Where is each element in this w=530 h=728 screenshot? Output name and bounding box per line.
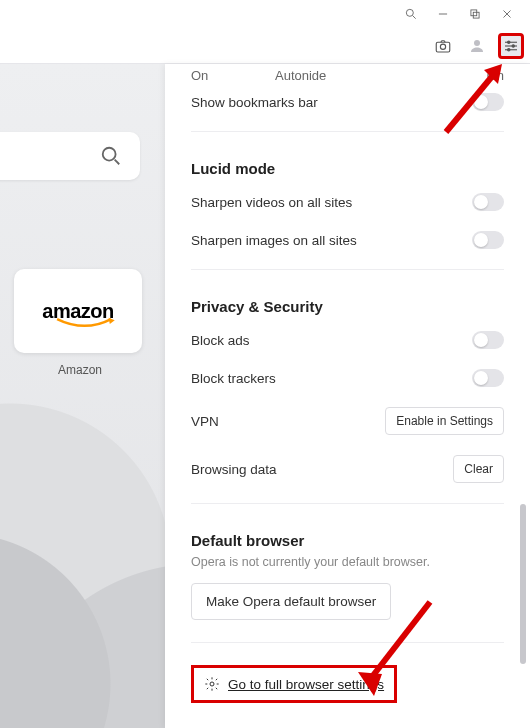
tile-label: Amazon [14,363,146,377]
item-label: Sharpen videos on all sites [191,195,352,210]
speed-dial-background: amazon Amazon [0,64,165,728]
svg-point-0 [406,9,413,16]
bookmarks-toggle[interactable] [472,93,504,111]
title-search-icon[interactable] [396,2,426,26]
full-settings-link[interactable]: Go to full browser settings [191,665,397,703]
lucid-mode-title: Lucid mode [191,160,504,177]
show-bookmarks-bar-row: Show bookmarks bar [191,83,504,121]
make-default-button[interactable]: Make Opera default browser [191,583,391,620]
block-ads-row: Block ads [191,321,504,359]
full-settings-label: Go to full browser settings [228,677,384,692]
svg-point-15 [508,48,510,50]
block-ads-toggle[interactable] [472,331,504,349]
search-input[interactable] [0,132,140,180]
gear-icon [204,676,220,692]
top-status-row: On Autonide On [191,68,504,83]
sharpen-images-row: Sharpen images on all sites [191,221,504,259]
browsing-data-row: Browsing data Clear [191,445,504,493]
item-label: Block trackers [191,371,276,386]
svg-point-9 [474,40,480,46]
block-trackers-row: Block trackers [191,359,504,397]
item-label: Block ads [191,333,250,348]
sharpen-videos-row: Sharpen videos on all sites [191,183,504,221]
speed-dial-tile[interactable]: amazon Amazon [14,269,146,377]
panel-scrollbar[interactable] [520,504,526,664]
vpn-enable-button[interactable]: Enable in Settings [385,407,504,435]
toolbar [0,28,530,64]
window-titlebar [0,0,530,28]
svg-point-16 [103,148,116,161]
block-trackers-toggle[interactable] [472,369,504,387]
svg-line-1 [413,16,416,19]
svg-point-13 [508,41,510,43]
svg-rect-3 [471,10,477,16]
search-icon [100,145,122,167]
minimize-button[interactable] [428,2,458,26]
svg-point-14 [512,44,514,46]
svg-rect-4 [473,12,479,18]
close-button[interactable] [492,2,522,26]
sharpen-images-toggle[interactable] [472,231,504,249]
snapshot-icon[interactable] [430,33,456,59]
privacy-title: Privacy & Security [191,298,504,315]
easy-setup-button[interactable] [498,33,524,59]
profile-icon[interactable] [464,33,490,59]
svg-line-17 [115,160,120,165]
maximize-button[interactable] [460,2,490,26]
svg-point-18 [210,682,214,686]
easy-setup-panel: On Autonide On Show bookmarks bar Lucid … [165,64,530,728]
clear-button[interactable]: Clear [453,455,504,483]
default-browser-title: Default browser [191,532,504,549]
item-label: Browsing data [191,462,277,477]
item-label: VPN [191,414,219,429]
sharpen-videos-toggle[interactable] [472,193,504,211]
item-label: Sharpen images on all sites [191,233,357,248]
vpn-row: VPN Enable in Settings [191,397,504,445]
item-label: Show bookmarks bar [191,95,318,110]
default-browser-subtitle: Opera is not currently your default brow… [191,555,504,569]
svg-point-8 [440,44,445,49]
